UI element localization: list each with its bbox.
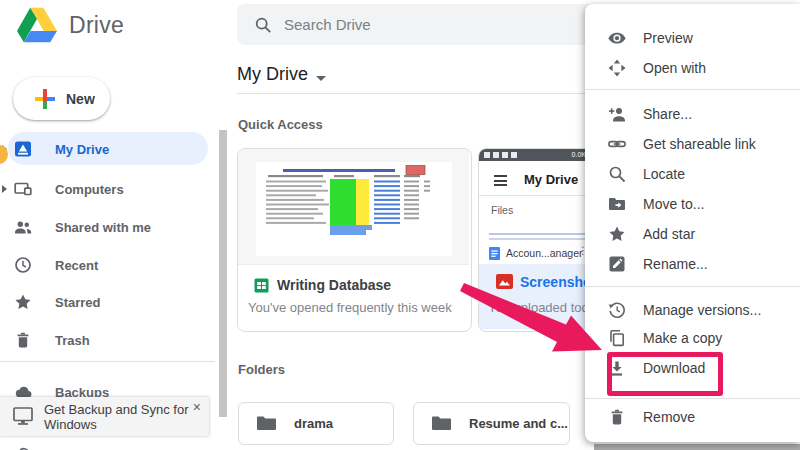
monitor-icon <box>12 405 34 427</box>
search-placeholder: Search Drive <box>284 16 371 33</box>
quick-access-card-writing-database[interactable]: Writing Database You've opened frequentl… <box>237 148 472 332</box>
menu-item-manage-versions[interactable]: Manage versions... <box>585 295 800 325</box>
sidebar: Drive New <box>0 0 225 450</box>
menu-item-label: Locate <box>643 166 685 182</box>
clock-icon <box>14 256 32 274</box>
sidebar-item-label: Computers <box>55 182 124 197</box>
drive-logo[interactable]: Drive <box>17 7 124 43</box>
menu-item-preview[interactable]: Preview <box>585 23 800 53</box>
menu-item-label: Open with <box>643 60 706 76</box>
phone-file-row-name: Accoun...anager <box>506 247 582 259</box>
close-icon[interactable]: × <box>193 399 201 415</box>
folder-icon <box>256 415 277 432</box>
search-icon <box>608 165 626 183</box>
history-icon <box>608 301 626 319</box>
phone-app-bar-title: My Drive <box>524 172 578 187</box>
menu-item-remove[interactable]: Remove <box>585 402 800 432</box>
backup-sync-toast: Get Backup and Sync for Windows × <box>0 397 209 436</box>
trash-icon <box>14 331 32 349</box>
hamburger-menu-icon <box>494 175 507 189</box>
plus-icon <box>33 87 57 111</box>
menu-item-label: Preview <box>643 30 693 46</box>
folder-move-icon <box>608 195 626 213</box>
sheets-icon <box>254 278 269 293</box>
card-thumbnail <box>238 149 469 264</box>
quick-access-label: Quick Access <box>238 117 323 132</box>
my-drive-icon <box>14 140 32 158</box>
horizontal-scrollbar[interactable] <box>594 444 800 450</box>
computers-icon <box>14 180 32 198</box>
menu-item-label: Add star <box>643 226 695 242</box>
folder-card-resume[interactable]: Resume and c... <box>413 402 570 445</box>
drive-logo-icon <box>17 7 57 43</box>
page-title[interactable]: My Drive <box>237 64 308 85</box>
folder-name: Resume and c... <box>469 416 568 431</box>
eye-icon <box>608 29 626 47</box>
person-add-icon <box>608 105 626 123</box>
google-drive-screen: Drive New <box>0 0 800 450</box>
sidebar-item-trash[interactable]: Trash <box>0 323 215 357</box>
search-icon[interactable] <box>254 16 272 34</box>
chevron-down-icon[interactable] <box>316 76 326 81</box>
menu-divider <box>585 398 800 399</box>
new-button-label: New <box>66 91 95 107</box>
download-highlight-box <box>607 352 723 396</box>
sidebar-item-label: Shared with me <box>55 220 151 235</box>
new-button[interactable]: New <box>13 77 110 120</box>
sidebar-item-my-drive[interactable]: My Drive <box>0 132 215 166</box>
card-subtitle: You uploaded tod <box>488 300 589 315</box>
people-icon <box>14 218 32 236</box>
card-title: Writing Database <box>277 277 391 293</box>
menu-item-label: Move to... <box>643 196 704 212</box>
star-icon <box>608 225 626 243</box>
menu-item-rename[interactable]: Rename... <box>585 249 800 279</box>
menu-item-locate[interactable]: Locate <box>585 159 800 189</box>
folder-name: drama <box>294 416 333 431</box>
status-text: 0.0K <box>572 151 586 158</box>
link-icon <box>608 135 626 153</box>
sidebar-item-computers[interactable]: Computers <box>0 172 215 206</box>
menu-item-label: Make a copy <box>643 330 722 346</box>
sidebar-item-shared-with-me[interactable]: Shared with me <box>0 210 215 244</box>
sidebar-item-recent[interactable]: Recent <box>0 248 215 282</box>
sidebar-item-storage[interactable]: Storage <box>0 437 215 450</box>
folder-icon <box>431 415 452 432</box>
sidebar-item-label: Storage <box>55 447 103 450</box>
expand-arrow-icon[interactable] <box>2 185 7 193</box>
sidebar-item-label: Trash <box>55 333 90 348</box>
menu-item-label: Remove <box>643 409 695 425</box>
menu-divider <box>585 286 800 287</box>
sidebar-item-starred[interactable]: Starred <box>0 285 215 319</box>
star-icon <box>14 293 32 311</box>
menu-item-label: Share... <box>643 106 692 122</box>
open-with-icon <box>608 59 626 77</box>
cloud-outline-icon <box>14 445 32 450</box>
folder-card-drama[interactable]: drama <box>238 402 394 445</box>
menu-item-add-star[interactable]: Add star <box>585 219 800 249</box>
trash-icon <box>608 408 626 426</box>
menu-item-get-shareable-link[interactable]: Get shareable link <box>585 129 800 159</box>
menu-item-make-a-copy[interactable]: Make a copy <box>585 323 800 353</box>
menu-item-label: Manage versions... <box>643 302 761 318</box>
menu-item-share[interactable]: Share... <box>585 99 800 129</box>
sidebar-item-label: Starred <box>55 295 101 310</box>
menu-item-label: Rename... <box>643 256 708 272</box>
card-footer: Writing Database You've opened frequentl… <box>238 264 469 330</box>
rename-icon <box>608 255 626 273</box>
sidebar-item-label: Recent <box>55 258 98 273</box>
menu-divider <box>585 89 800 90</box>
toast-text: Get Backup and Sync for Windows <box>44 402 189 432</box>
menu-item-move-to[interactable]: Move to... <box>585 189 800 219</box>
menu-item-label: Get shareable link <box>643 136 756 152</box>
doc-icon <box>489 246 500 259</box>
menu-item-open-with[interactable]: Open with <box>585 53 800 83</box>
copy-icon <box>608 329 626 347</box>
drive-logo-text: Drive <box>69 12 124 39</box>
image-icon <box>496 274 513 289</box>
sidebar-item-label: My Drive <box>55 142 109 157</box>
folders-label: Folders <box>238 362 285 377</box>
card-subtitle: You've opened frequently this week <box>248 300 452 315</box>
sidebar-divider <box>0 361 215 362</box>
phone-files-label: Files <box>491 204 513 216</box>
vertical-scrollbar[interactable] <box>219 130 227 417</box>
